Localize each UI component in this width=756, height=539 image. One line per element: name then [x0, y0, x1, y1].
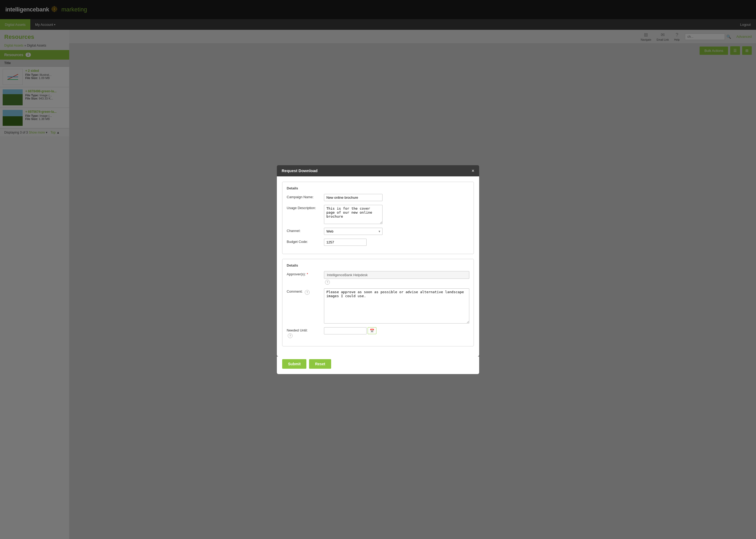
approver-label: Approver(s): *: [287, 271, 324, 276]
comment-input[interactable]: [324, 288, 469, 324]
submit-button[interactable]: Submit: [282, 359, 306, 369]
form-section-title-1: Details: [287, 186, 469, 190]
campaign-name-row: Campaign Name:: [287, 194, 469, 201]
modal-body: Details Campaign Name: Usage Description…: [277, 176, 479, 356]
modal-title: Request Download: [282, 168, 318, 173]
approver-help-icon[interactable]: ?: [325, 280, 330, 285]
needed-until-help-icon[interactable]: ?: [288, 333, 293, 338]
reset-button[interactable]: Reset: [309, 359, 331, 369]
needed-until-row: Needed Until: ? 📅: [287, 327, 469, 338]
comment-label: Comment: ?: [287, 288, 324, 295]
calendar-icon: 📅: [370, 329, 374, 333]
needed-until-input[interactable]: [324, 327, 367, 335]
calendar-button[interactable]: 📅: [368, 327, 377, 334]
channel-label: Channel:: [287, 228, 324, 233]
form-section-title-2: Details: [287, 264, 469, 268]
budget-code-row: Budget Code:: [287, 239, 469, 246]
comment-row: Comment: ?: [287, 288, 469, 324]
comment-help-icon[interactable]: ?: [305, 290, 309, 295]
modal-overlay: Request Download × Details Campaign Name…: [0, 0, 756, 539]
approver-row: Approver(s): * IntelligenceBank Helpdesk…: [287, 271, 469, 285]
campaign-name-input[interactable]: [324, 194, 382, 201]
approver-value: IntelligenceBank Helpdesk: [324, 271, 469, 279]
channel-select[interactable]: Web Print Social Media Email: [324, 228, 382, 235]
form-section-details-2: Details Approver(s): * IntelligenceBank …: [282, 259, 474, 346]
usage-description-label: Usage Description:: [287, 205, 324, 210]
needed-until-label: Needed Until: ?: [287, 327, 324, 338]
modal-footer: Submit Reset: [277, 356, 479, 374]
budget-code-label: Budget Code:: [287, 239, 324, 244]
budget-code-input[interactable]: [324, 239, 367, 246]
campaign-name-label: Campaign Name:: [287, 194, 324, 199]
usage-description-input[interactable]: [324, 205, 382, 224]
modal-header: Request Download ×: [277, 165, 479, 176]
channel-row: Channel: Web Print Social Media Email ▾: [287, 228, 469, 235]
usage-description-row: Usage Description:: [287, 205, 469, 224]
form-section-details-1: Details Campaign Name: Usage Description…: [282, 182, 474, 254]
modal-close-button[interactable]: ×: [471, 168, 474, 173]
request-download-modal: Request Download × Details Campaign Name…: [277, 165, 479, 374]
channel-select-wrapper: Web Print Social Media Email ▾: [324, 228, 382, 235]
